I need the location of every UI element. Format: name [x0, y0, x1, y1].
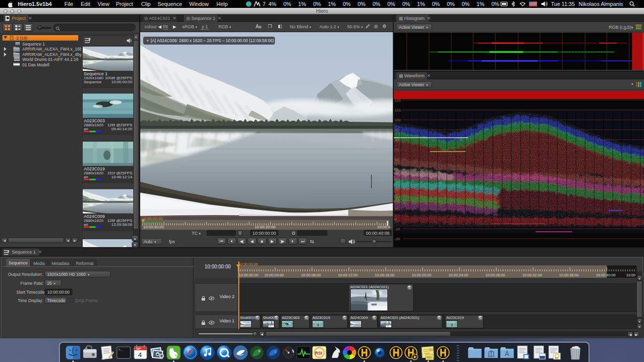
svg-text:20: 20 — [394, 197, 399, 202]
svg-text:110: 110 — [394, 108, 401, 112]
svg-text:-10: -10 — [394, 227, 400, 231]
svg-text:RSI: RSI — [555, 357, 558, 360]
svg-text:PDF: PDF — [427, 357, 431, 359]
svg-text:70: 70 — [394, 148, 399, 152]
svg-text:120: 120 — [394, 99, 401, 103]
svg-text:0: 0 — [394, 217, 397, 221]
svg-text:50: 50 — [394, 167, 399, 172]
svg-text:30: 30 — [394, 187, 399, 192]
svg-text:>_: >_ — [118, 348, 123, 352]
svg-text:10: 10 — [394, 207, 399, 211]
svg-text:RSI: RSI — [315, 351, 322, 356]
svg-text:-20: -20 — [394, 237, 400, 241]
svg-text:R: R — [258, 350, 260, 353]
svg-text:100: 100 — [394, 118, 401, 122]
svg-text:60: 60 — [394, 157, 399, 162]
svg-text:4: 4 — [138, 351, 142, 359]
svg-text:SEP: SEP — [136, 348, 141, 350]
svg-text:40: 40 — [394, 177, 399, 182]
svg-text:80: 80 — [394, 138, 399, 142]
svg-text:Fun: Fun — [429, 348, 434, 351]
svg-text:90: 90 — [394, 128, 399, 132]
